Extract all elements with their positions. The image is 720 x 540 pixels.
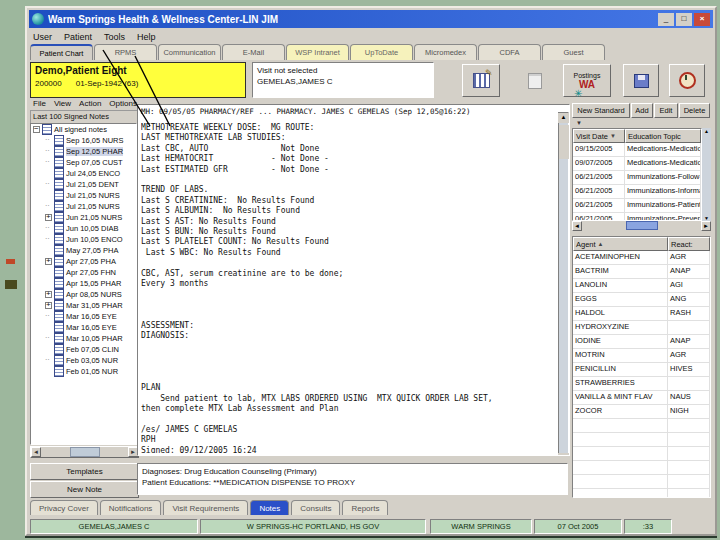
note-tree-item[interactable]: Mar 10,05 PHAR <box>43 333 136 344</box>
app-tab[interactable]: CDFA <box>478 44 541 60</box>
app-tab[interactable]: UpToDate <box>350 44 413 60</box>
app-tab[interactable]: WSP Intranet <box>286 44 349 60</box>
allergy-table[interactable]: Agent▲ React: ACETAMINOPHEN AGR BACTRIM … <box>572 236 711 498</box>
allergy-row[interactable]: HALDOL RASH <box>573 307 710 321</box>
expand-icon[interactable] <box>45 280 52 287</box>
notes-menu-item[interactable]: Options <box>109 99 137 108</box>
new-note-button[interactable]: New Note <box>30 481 139 498</box>
allergy-row[interactable]: ZOCOR NIGH <box>573 405 710 419</box>
app-tab[interactable]: Micromedex <box>414 44 477 60</box>
expand-icon[interactable] <box>45 192 52 199</box>
expand-icon[interactable] <box>45 137 52 144</box>
menu-item[interactable]: Help <box>137 32 156 42</box>
expand-icon[interactable] <box>45 368 52 375</box>
notes-menu-item[interactable]: View <box>54 99 71 108</box>
notes-menu-item[interactable]: Action <box>79 99 101 108</box>
app-tab[interactable]: Guest <box>542 44 605 60</box>
note-tree-item[interactable]: Jul 21,05 DENT <box>43 179 136 190</box>
allergy-row[interactable]: MOTRIN AGR <box>573 349 710 363</box>
scroll-up-icon[interactable]: ▲ <box>704 128 709 134</box>
expand-icon[interactable] <box>45 236 52 243</box>
note-tree-item[interactable]: Feb 01,05 NUR <box>43 366 136 377</box>
menu-item[interactable]: Tools <box>104 32 125 42</box>
expand-icon[interactable] <box>45 335 52 342</box>
react-column-header[interactable]: React: <box>668 237 710 251</box>
expand-icon[interactable] <box>45 313 52 320</box>
delete-button[interactable]: Delete <box>679 103 710 118</box>
expand-icon[interactable] <box>45 148 52 155</box>
chart-tab[interactable]: Visit Requirements <box>163 500 248 515</box>
maximize-button[interactable]: □ <box>676 13 692 26</box>
collapse-icon[interactable] <box>33 126 40 133</box>
allergy-row[interactable]: ACETAMINOPHEN AGR <box>573 251 710 265</box>
chart-tab[interactable]: Notes <box>250 500 289 515</box>
note-tree-item[interactable]: Apr 27,05 PHA <box>43 256 136 267</box>
allergy-row[interactable]: PENICILLIN HIVES <box>573 363 710 377</box>
expand-icon[interactable] <box>45 258 52 265</box>
allergy-row[interactable] <box>573 461 710 475</box>
tree-horizontal-scrollbar[interactable]: ◄ ► <box>30 446 139 458</box>
patient-info-box[interactable]: Demo,Patient Eight 200000 01-Sep-1942 (6… <box>30 62 246 98</box>
new-standard-button[interactable]: New Standard <box>572 103 630 118</box>
visit-info-box[interactable]: Visit not selected GEMELAS,JAMES C <box>252 62 434 98</box>
scroll-left-icon[interactable]: ◄ <box>31 447 41 457</box>
edit-button[interactable]: Edit <box>654 103 678 118</box>
add-button[interactable]: Add <box>631 103 653 118</box>
note-document[interactable]: MH: 09/05/05 PHARMACY/REF ... PHARMACY. … <box>137 104 570 456</box>
education-horizontal-scrollbar[interactable]: ◄ ► <box>572 221 711 230</box>
expand-icon[interactable] <box>45 291 52 298</box>
chart-tab[interactable]: Notifications <box>100 500 162 515</box>
note-vertical-scrollbar[interactable]: ▲ ▼ <box>558 112 569 456</box>
education-vertical-scrollbar[interactable]: ▲ ▼ <box>702 128 711 221</box>
app-tab[interactable]: E-Mail <box>222 44 285 60</box>
expand-icon[interactable] <box>45 269 52 276</box>
visit-date-column-header[interactable]: Visit Date▼ <box>573 129 625 143</box>
education-row[interactable]: 09/15/2005 Medications-Medication <box>573 143 701 157</box>
minimize-button[interactable]: _ <box>658 13 674 26</box>
scroll-down-icon[interactable]: ▼ <box>558 453 569 456</box>
education-row[interactable]: 09/07/2005 Medications-Medication <box>573 157 701 171</box>
expand-icon[interactable] <box>45 357 52 364</box>
notes-menu-item[interactable]: File <box>33 99 46 108</box>
scroll-thumb[interactable] <box>70 447 100 457</box>
allergy-row[interactable]: HYDROXYZINE <box>573 321 710 335</box>
note-tree-item[interactable]: Apr 27,05 FHN <box>43 267 136 278</box>
note-tree-item[interactable]: Jul 21,05 NURS <box>43 190 136 201</box>
expand-icon[interactable] <box>45 302 52 309</box>
expand-icon[interactable] <box>45 247 52 254</box>
note-tree-item[interactable]: May 27,05 PHA <box>43 245 136 256</box>
dropdown-arrow-icon[interactable]: ▼ <box>576 120 582 126</box>
app-tab[interactable]: Communication <box>158 44 221 60</box>
education-topic-column-header[interactable]: Education Topic <box>625 129 701 143</box>
expand-icon[interactable] <box>45 324 52 331</box>
menu-item[interactable]: Patient <box>64 32 92 42</box>
chart-tab[interactable]: Privacy Cover <box>30 500 98 515</box>
chart-tab[interactable]: Consults <box>291 500 340 515</box>
app-tab[interactable]: Patient Chart <box>30 44 93 60</box>
close-button[interactable]: × <box>694 13 710 26</box>
note-tree-item[interactable]: Apr 08,05 NURS <box>43 289 136 300</box>
templates-button[interactable]: Templates <box>30 463 139 480</box>
allergy-row[interactable]: EGGS ANG <box>573 293 710 307</box>
allergy-row[interactable]: IODINE ANAP <box>573 335 710 349</box>
allergy-row[interactable] <box>573 433 710 447</box>
app-tab[interactable]: RPMS <box>94 44 157 60</box>
encounter-button[interactable] <box>462 64 500 97</box>
expand-icon[interactable] <box>45 214 52 221</box>
agent-column-header[interactable]: Agent▲ <box>573 237 668 251</box>
note-tree-item[interactable]: Feb 03,05 NUR <box>43 355 136 366</box>
education-row[interactable]: 06/21/2005 Immunizations-Follow-U <box>573 171 701 185</box>
scroll-thumb[interactable] <box>626 221 658 230</box>
expand-icon[interactable] <box>45 159 52 166</box>
title-bar[interactable]: Warm Springs Health & Wellness Center-LI… <box>29 10 713 28</box>
note-tree-item[interactable]: Jun 10,05 DIAB <box>43 223 136 234</box>
education-row[interactable]: 06/21/2005 Immunizations-Informa <box>573 185 701 199</box>
review-button[interactable] <box>517 64 553 97</box>
note-tree-item[interactable]: Mar 31,05 PHAR <box>43 300 136 311</box>
scroll-thumb[interactable] <box>559 125 570 159</box>
allergy-row[interactable]: STRAWBERRIES <box>573 377 710 391</box>
expand-icon[interactable] <box>45 181 52 188</box>
chart-tab[interactable]: Reports <box>342 500 388 515</box>
scroll-left-icon[interactable]: ◄ <box>572 221 582 231</box>
expand-icon[interactable] <box>45 225 52 232</box>
